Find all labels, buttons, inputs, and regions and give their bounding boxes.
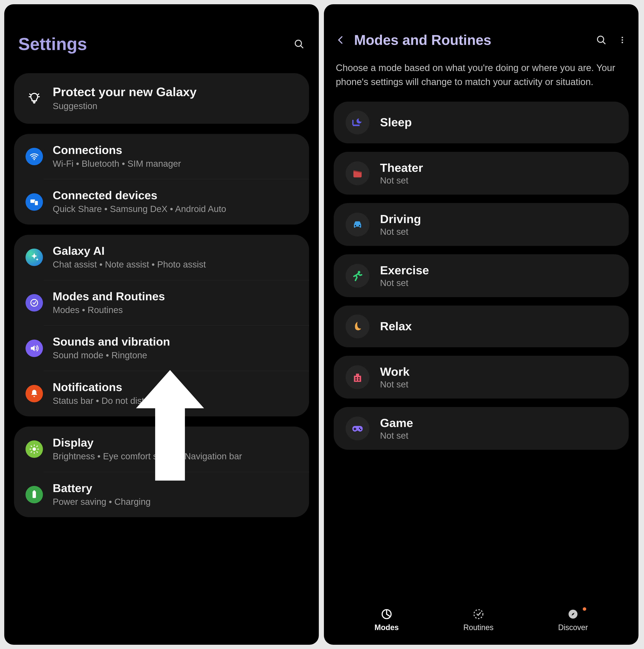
nav-label: Discover [558,623,588,632]
mode-item-work[interactable]: Work Not set [334,356,629,398]
relax-icon [346,314,369,338]
nav-routines-icon [472,608,485,620]
nav-discover-icon [567,608,579,620]
settings-row-galaxy-ai[interactable]: Galaxy AI Chat assist • Note assist • Ph… [14,235,309,280]
settings-row-battery[interactable]: Battery Power saving • Charging [14,472,309,517]
settings-row-display[interactable]: Display Brightness • Eye comfort shield … [14,427,309,472]
battery-icon [26,486,43,503]
nav-tab-discover[interactable]: Discover [558,608,588,632]
game-icon [346,417,369,440]
settings-header: Settings [14,4,309,73]
driving-icon [346,213,369,236]
row-title: Connections [53,143,297,157]
mode-subtitle: Not set [380,227,617,237]
row-title: Sounds and vibration [53,335,297,348]
modes-description: Choose a mode based on what you're doing… [334,61,629,102]
row-title: Connected devices [53,188,297,202]
bell-icon [26,385,43,402]
sleep-icon [346,111,369,134]
theater-icon [346,161,369,185]
mode-item-theater[interactable]: Theater Not set [334,152,629,194]
more-icon[interactable] [618,34,627,46]
sparkle-icon [26,249,43,266]
lightbulb-icon [26,90,43,107]
mode-item-sleep[interactable]: Sleep [334,102,629,143]
exercise-icon [346,264,369,288]
nav-tab-routines[interactable]: Routines [463,608,494,632]
mode-title: Exercise [380,263,617,277]
mode-title: Sleep [380,115,617,129]
mode-subtitle: Not set [380,278,617,288]
mode-item-driving[interactable]: Driving Not set [334,203,629,246]
row-subtitle: Wi-Fi • Bluetooth • SIM manager [53,158,297,170]
suggestion-subtitle: Suggestion [53,100,297,112]
mode-subtitle: Not set [380,431,617,441]
search-icon[interactable] [596,34,607,46]
modes-list: Sleep Theater Not set Driving Not set [334,102,629,458]
settings-row-modes-routines[interactable]: Modes and Routines Modes • Routines [14,280,309,326]
nav-label: Routines [463,623,494,632]
row-title: Display [53,436,297,449]
back-icon[interactable] [336,35,346,45]
mode-subtitle: Not set [380,379,617,390]
mode-item-exercise[interactable]: Exercise Not set [334,254,629,297]
row-title: Galaxy AI [53,244,297,257]
routines-icon [26,294,43,311]
row-title: Battery [53,481,297,494]
settings-row-sounds[interactable]: Sounds and vibration Sound mode • Ringto… [14,326,309,371]
nav-modes-icon [381,608,393,620]
row-subtitle: Power saving • Charging [53,496,297,508]
settings-group-connections: Connections Wi-Fi • Bluetooth • SIM mana… [14,134,309,224]
mode-item-relax[interactable]: Relax [334,306,629,347]
display-icon [26,440,43,458]
bottom-nav: Modes Routines Discover [334,602,629,645]
page-title: Settings [18,34,87,54]
mode-item-game[interactable]: Game Not set [334,407,629,450]
mode-subtitle: Not set [380,175,617,186]
row-subtitle: Chat assist • Note assist • Photo assist [53,259,297,271]
page-title: Modes and Routines [354,32,587,48]
row-subtitle: Quick Share • Samsung DeX • Android Auto [53,203,297,215]
suggestion-title: Protect your new Galaxy [53,85,297,99]
row-title: Notifications [53,380,297,394]
mode-title: Theater [380,161,617,175]
sound-icon [26,340,43,357]
row-subtitle: Brightness • Eye comfort shield • Naviga… [53,450,297,463]
suggestion-card[interactable]: Protect your new Galaxy Suggestion [14,73,309,124]
row-title: Modes and Routines [53,290,297,303]
nav-label: Modes [374,623,399,632]
mode-title: Game [380,416,617,430]
modes-header: Modes and Routines [334,4,629,61]
row-subtitle: Modes • Routines [53,304,297,316]
mode-title: Work [380,365,617,379]
wifi-icon [26,148,43,165]
settings-group-ai: Galaxy AI Chat assist • Note assist • Ph… [14,235,309,416]
row-subtitle: Status bar • Do not disturb [53,395,297,407]
nav-tab-modes[interactable]: Modes [374,608,399,632]
devices-icon [26,193,43,211]
row-subtitle: Sound mode • Ringtone [53,349,297,361]
search-icon[interactable] [293,38,305,50]
modes-screen: Modes and Routines Choose a mode based o… [324,4,639,645]
settings-group-display: Display Brightness • Eye comfort shield … [14,427,309,517]
settings-screen: Settings Protect your new Galaxy Suggest… [4,4,319,645]
mode-title: Relax [380,319,617,333]
mode-title: Driving [380,212,617,226]
notification-dot [583,607,586,611]
settings-row-notifications[interactable]: Notifications Status bar • Do not distur… [14,371,309,416]
settings-row-connected-devices[interactable]: Connected devices Quick Share • Samsung … [14,179,309,224]
settings-row-connections[interactable]: Connections Wi-Fi • Bluetooth • SIM mana… [14,134,309,179]
work-icon [346,365,369,389]
